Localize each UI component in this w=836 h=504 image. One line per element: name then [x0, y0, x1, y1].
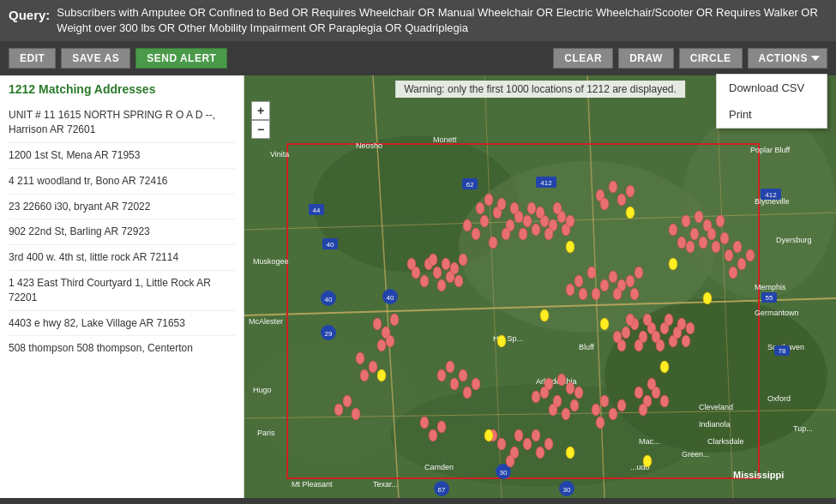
svg-point-73 — [489, 237, 497, 249]
svg-point-182 — [377, 339, 386, 351]
svg-point-138 — [665, 314, 673, 326]
svg-point-110 — [566, 284, 574, 296]
actions-label: ACTIONS — [759, 52, 809, 64]
svg-point-195 — [746, 249, 755, 261]
svg-point-202 — [429, 429, 437, 441]
send-alert-button[interactable]: SEND ALERT — [135, 48, 227, 69]
save-as-button[interactable]: SAVE AS — [61, 48, 130, 69]
svg-point-199 — [617, 399, 626, 411]
query-label: Query: — [9, 5, 50, 24]
svg-point-207 — [626, 207, 635, 219]
svg-point-206 — [352, 408, 360, 420]
svg-point-86 — [527, 202, 536, 214]
svg-point-171 — [523, 438, 532, 450]
svg-text:67: 67 — [438, 486, 446, 494]
svg-point-169 — [497, 438, 506, 450]
svg-point-218 — [377, 369, 386, 381]
svg-text:30: 30 — [500, 469, 508, 477]
edit-button[interactable]: EDIT — [9, 48, 56, 69]
map-svg: Vinita Neosho Monett Poplar Bluff Blythe… — [244, 75, 836, 498]
svg-point-210 — [540, 309, 549, 321]
zoom-in-button[interactable]: + — [251, 101, 270, 120]
svg-point-125 — [707, 228, 716, 240]
svg-point-153 — [570, 399, 579, 411]
svg-point-96 — [433, 267, 442, 279]
svg-text:Germantown: Germantown — [755, 309, 799, 317]
svg-point-172 — [514, 429, 523, 441]
svg-text:30: 30 — [563, 486, 571, 494]
svg-point-200 — [596, 417, 604, 429]
clear-button[interactable]: CLEAR — [553, 48, 613, 69]
svg-point-115 — [630, 288, 639, 300]
download-csv-item[interactable]: Download CSV — [717, 75, 827, 101]
svg-point-105 — [574, 275, 583, 287]
svg-point-209 — [669, 258, 677, 270]
svg-point-78 — [484, 194, 493, 206]
svg-text:Oxford: Oxford — [767, 394, 791, 403]
svg-point-95 — [420, 275, 429, 287]
list-item: 3rd 400 w. 4th st, little rock AR 72114 — [9, 245, 235, 271]
print-item[interactable]: Print — [717, 101, 827, 128]
svg-point-118 — [682, 215, 690, 227]
actions-dropdown: Download CSV Print — [716, 74, 827, 129]
svg-point-156 — [544, 378, 553, 390]
svg-point-161 — [647, 378, 656, 390]
svg-text:Bluff: Bluff — [579, 343, 594, 351]
svg-point-215 — [566, 447, 574, 459]
svg-text:55: 55 — [766, 294, 773, 302]
svg-point-108 — [592, 288, 600, 300]
svg-point-184 — [369, 361, 377, 373]
svg-point-126 — [712, 241, 720, 253]
svg-point-69 — [480, 215, 489, 227]
svg-point-124 — [699, 237, 707, 249]
svg-point-175 — [544, 438, 553, 450]
draw-button[interactable]: DRAW — [618, 48, 674, 69]
svg-point-145 — [626, 314, 635, 326]
svg-text:Tup...: Tup... — [793, 424, 813, 433]
svg-point-167 — [463, 387, 472, 399]
svg-point-127 — [716, 215, 725, 227]
svg-point-133 — [635, 339, 643, 351]
svg-text:Muskogee: Muskogee — [253, 257, 289, 266]
svg-point-204 — [343, 395, 352, 407]
svg-text:Paris: Paris — [257, 429, 275, 437]
svg-point-129 — [622, 327, 630, 339]
svg-point-197 — [600, 395, 609, 407]
svg-point-194 — [729, 267, 737, 279]
svg-point-214 — [643, 455, 652, 467]
svg-text:Hugo: Hugo — [253, 386, 272, 394]
actions-chevron-icon — [811, 56, 820, 61]
svg-point-189 — [617, 194, 626, 206]
svg-text:40: 40 — [325, 296, 333, 303]
svg-text:412: 412 — [765, 191, 777, 199]
svg-text:Monett: Monett — [433, 135, 457, 144]
svg-point-192 — [733, 241, 742, 253]
svg-point-152 — [562, 408, 570, 420]
svg-point-102 — [450, 262, 459, 274]
svg-point-144 — [682, 335, 690, 347]
svg-text:Camden: Camden — [424, 463, 454, 471]
list-item: 1200 1st St, Mena AR 71953 — [9, 143, 235, 169]
svg-point-77 — [476, 202, 484, 214]
svg-point-191 — [725, 249, 733, 261]
list-item: 23 22660 i30, bryant AR 72022 — [9, 195, 235, 220]
svg-point-74 — [502, 228, 510, 240]
map-area[interactable]: Warning: only the first 1000 locations o… — [244, 75, 836, 498]
circle-button[interactable]: CIRCLE — [679, 48, 743, 69]
svg-point-90 — [553, 202, 562, 214]
svg-point-198 — [609, 408, 617, 420]
map-warning: Warning: only the first 1000 locations o… — [395, 81, 685, 98]
query-text: Subscribers with Amputee OR Confined to … — [57, 5, 827, 36]
svg-point-213 — [484, 429, 493, 441]
svg-point-162 — [639, 404, 647, 416]
svg-point-116 — [635, 267, 643, 279]
svg-text:Indianola: Indianola — [699, 420, 731, 429]
svg-point-155 — [532, 391, 540, 403]
svg-point-164 — [450, 378, 459, 390]
svg-point-173 — [536, 447, 544, 459]
svg-point-158 — [635, 387, 643, 399]
svg-point-149 — [566, 382, 574, 394]
actions-button[interactable]: ACTIONS — [748, 48, 828, 69]
svg-point-163 — [437, 369, 446, 381]
zoom-out-button[interactable]: − — [251, 120, 270, 139]
